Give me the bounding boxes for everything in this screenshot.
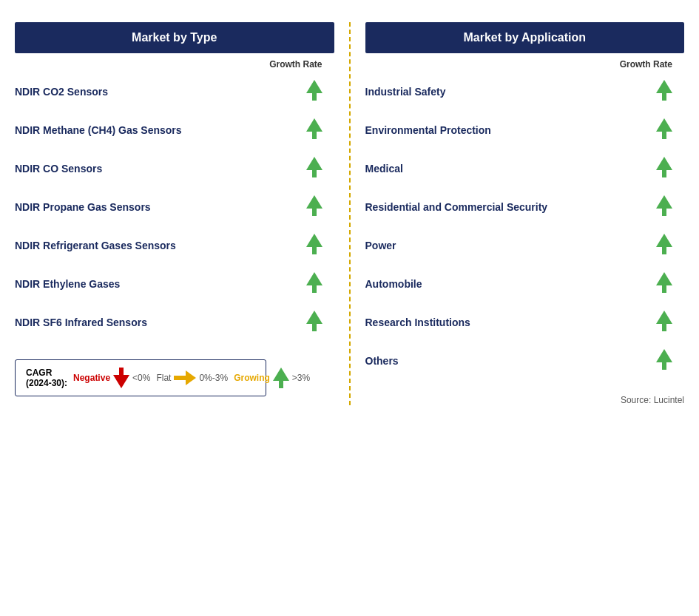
svg-marker-14 xyxy=(113,375,129,388)
svg-rect-15 xyxy=(119,368,124,376)
item-label: Industrial Safety xyxy=(365,85,657,98)
legend-negative-range: <0% xyxy=(132,373,150,383)
svg-rect-19 xyxy=(279,379,283,388)
svg-rect-33 xyxy=(662,322,666,331)
svg-rect-21 xyxy=(662,92,666,101)
table-row: Medical xyxy=(365,149,685,188)
item-label: NDIR CO2 Sensors xyxy=(15,85,306,98)
right-panel: Market by Application Growth Rate Indust… xyxy=(365,22,685,405)
item-label: NDIR Refrigerant Gases Sensors xyxy=(15,239,306,252)
legend-flat-label: Flat xyxy=(156,373,171,383)
svg-rect-23 xyxy=(662,130,666,139)
legend-growing: Growing >3% xyxy=(234,368,310,388)
svg-marker-24 xyxy=(656,157,672,170)
svg-rect-13 xyxy=(312,322,317,331)
left-growth-rate-label: Growth Rate xyxy=(15,53,334,72)
item-label: Research Institutions xyxy=(365,316,657,329)
growth-arrow-icon xyxy=(306,80,323,104)
item-label: Medical xyxy=(365,162,657,175)
svg-marker-6 xyxy=(306,195,323,209)
right-item-list: Industrial Safety Environmental Protecti… xyxy=(365,72,685,380)
svg-marker-34 xyxy=(656,349,672,362)
item-label: Automobile xyxy=(365,277,657,291)
table-row: Research Institutions xyxy=(365,303,685,342)
table-row: NDIR CO2 Sensors xyxy=(15,72,334,111)
legend-growing-range: >3% xyxy=(292,373,310,383)
svg-rect-1 xyxy=(312,92,317,101)
growth-arrow-icon xyxy=(656,80,672,104)
legend-flat-range: 0%-3% xyxy=(199,373,228,383)
svg-rect-29 xyxy=(662,246,666,254)
svg-marker-18 xyxy=(273,368,289,381)
svg-marker-20 xyxy=(656,80,672,93)
svg-marker-22 xyxy=(656,118,672,132)
item-label: NDIR Ethylene Gases xyxy=(15,277,306,291)
svg-marker-30 xyxy=(656,272,672,285)
growth-arrow-icon xyxy=(656,311,672,334)
svg-rect-35 xyxy=(662,361,666,370)
legend-negative-label: Negative xyxy=(73,373,110,383)
svg-marker-2 xyxy=(306,118,323,132)
svg-rect-3 xyxy=(312,130,317,139)
growing-arrow-icon xyxy=(273,368,289,388)
right-growth-rate-label: Growth Rate xyxy=(365,53,685,72)
table-row: Industrial Safety xyxy=(365,72,685,111)
svg-marker-10 xyxy=(306,272,323,285)
svg-rect-5 xyxy=(312,169,317,177)
growth-arrow-icon xyxy=(306,157,323,180)
growth-arrow-icon xyxy=(306,118,323,142)
negative-arrow-icon xyxy=(113,368,129,388)
left-panel: Market by Type Growth Rate NDIR CO2 Sens… xyxy=(15,22,334,405)
svg-marker-12 xyxy=(306,311,323,324)
source-text: Source: Lucintel xyxy=(365,380,685,405)
item-label: NDIR Methane (CH4) Gas Sensors xyxy=(15,123,306,137)
item-label: NDIR Propane Gas Sensors xyxy=(15,200,306,214)
growth-arrow-icon xyxy=(306,234,323,257)
growth-arrow-icon xyxy=(656,157,672,180)
table-row: NDIR Propane Gas Sensors xyxy=(15,188,334,226)
svg-rect-25 xyxy=(662,169,666,177)
svg-marker-32 xyxy=(656,311,672,324)
svg-rect-9 xyxy=(312,246,317,254)
item-label: NDIR CO Sensors xyxy=(15,162,306,175)
svg-marker-26 xyxy=(656,195,672,209)
svg-marker-4 xyxy=(306,157,323,170)
svg-marker-16 xyxy=(186,370,196,385)
item-label: Environmental Protection xyxy=(365,123,657,137)
legend-flat: Flat 0%-3% xyxy=(156,370,228,385)
item-label: Others xyxy=(365,354,657,368)
growth-arrow-icon xyxy=(656,349,672,373)
legend-negative: Negative <0% xyxy=(73,368,150,388)
svg-rect-17 xyxy=(174,376,187,380)
legend-cagr-label: CAGR(2024-30): xyxy=(26,368,67,388)
table-row: Others xyxy=(365,342,685,380)
left-panel-header: Market by Type xyxy=(15,22,334,53)
growth-arrow-icon xyxy=(306,311,323,334)
svg-rect-27 xyxy=(662,207,666,216)
table-row: Environmental Protection xyxy=(365,111,685,149)
svg-rect-11 xyxy=(312,284,317,293)
table-row: NDIR Refrigerant Gases Sensors xyxy=(15,226,334,265)
legend-growing-label: Growing xyxy=(234,373,270,383)
legend-box: CAGR(2024-30): Negative <0% Flat 0%-3% xyxy=(15,359,266,396)
table-row: Power xyxy=(365,226,685,265)
growth-arrow-icon xyxy=(656,118,672,142)
item-label: NDIR SF6 Infrared Sensors xyxy=(15,316,306,329)
growth-arrow-icon xyxy=(306,195,323,219)
growth-arrow-icon xyxy=(306,272,323,296)
table-row: Automobile xyxy=(365,265,685,303)
table-row: NDIR CO Sensors xyxy=(15,149,334,188)
svg-marker-0 xyxy=(306,80,323,93)
left-item-list: NDIR CO2 Sensors NDIR Methane (CH4) Gas … xyxy=(15,72,334,342)
svg-marker-8 xyxy=(306,234,323,247)
growth-arrow-icon xyxy=(656,195,672,219)
growth-arrow-icon xyxy=(656,234,672,257)
svg-marker-28 xyxy=(656,234,672,247)
table-row: NDIR SF6 Infrared Sensors xyxy=(15,303,334,342)
svg-rect-31 xyxy=(662,284,666,293)
right-panel-header: Market by Application xyxy=(365,22,685,53)
item-label: Residential and Commercial Security xyxy=(365,200,657,214)
svg-rect-7 xyxy=(312,207,317,216)
table-row: Residential and Commercial Security xyxy=(365,188,685,226)
item-label: Power xyxy=(365,239,657,252)
